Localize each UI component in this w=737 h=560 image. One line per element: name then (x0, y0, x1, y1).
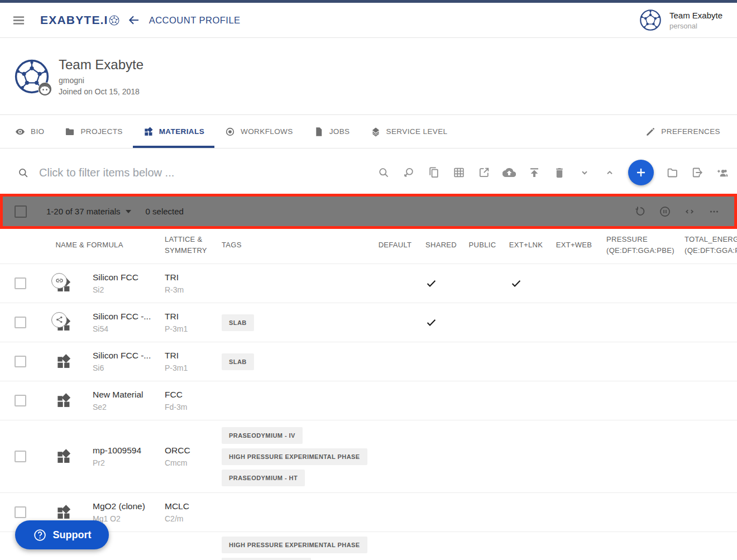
material-name[interactable]: Silicon FCC (93, 272, 162, 283)
table-header: NAME & FORMULALATTICE & SYMMETRYTAGSDEFA… (0, 226, 737, 264)
more-horiz-icon[interactable] (707, 205, 721, 218)
search-retry-icon[interactable] (402, 166, 415, 179)
add-people-icon[interactable] (716, 166, 729, 179)
layers-icon (370, 126, 381, 137)
lattice-type: FCC (165, 390, 221, 400)
lattice-type: TRI (165, 272, 221, 283)
row-checkbox[interactable] (15, 356, 26, 367)
tags-cell: HIGH PRESSURE EXPERIMENTAL PHASE (221, 532, 371, 560)
tag-chip[interactable]: HIGH PRESSURE EXPERIMENTAL PHASE (222, 537, 367, 553)
filter-input[interactable] (39, 166, 274, 179)
column-header-default[interactable]: DEFAULT (371, 240, 419, 251)
column-header-ext_lnk[interactable]: EXT+LNK (501, 240, 551, 251)
pause-circle-icon[interactable] (658, 205, 672, 218)
table-row[interactable]: mp-1009594Pr2ORCCCmcmPRASEODYMIUM - IVHI… (0, 420, 737, 492)
user-face-badge-icon (37, 82, 52, 97)
tag-chip[interactable] (222, 558, 311, 560)
name-formula-cell: Silicon FCC -...Si6 (89, 351, 162, 372)
material-name[interactable]: mp-1009594 (93, 446, 162, 456)
material-name[interactable]: Silicon FCC -... (93, 351, 162, 361)
undo-icon[interactable] (634, 205, 647, 218)
pagination-range-dropdown[interactable]: 1-20 of 37 materials (46, 207, 131, 216)
search-icon[interactable] (377, 166, 390, 179)
lattice-symmetry-cell: TRIP-3m1 (162, 351, 221, 372)
tag-chip[interactable]: HIGH PRESSURE EXPERIMENTAL PHASE (222, 448, 367, 465)
select-all-checkbox[interactable] (15, 205, 27, 218)
folder-filled-icon (64, 126, 75, 137)
tab-jobs[interactable]: JOBS (303, 115, 360, 148)
header-left: EXABYTE.I ACCOUNT PROFILE (0, 13, 241, 28)
tab-workflows[interactable]: WORKFLOWS (214, 115, 303, 148)
row-checkbox[interactable] (15, 277, 26, 289)
tab-materials[interactable]: MATERIALS (133, 115, 214, 148)
tag-chip[interactable]: PRASEODYMIUM - IV (222, 427, 303, 444)
lattice-symmetry-cell: ORCCCmcm (162, 446, 221, 467)
column-header-total_energy[interactable]: TOTAL_ENERGY(QE:DFT:GGA:PBE) (676, 234, 737, 256)
column-header-ext_web[interactable]: EXT+WEB (551, 240, 597, 251)
material-name[interactable]: MgO2 (clone) (93, 501, 162, 511)
caret-down-icon (126, 210, 131, 213)
app-header: EXABYTE.I ACCOUNT PROFILE Team Exabyte p… (0, 3, 737, 38)
column-header-name[interactable]: NAME & FORMULA (50, 240, 162, 251)
code-icon[interactable] (683, 205, 696, 218)
column-header-pressure[interactable]: PRESSURE(QE:DFT:GGA:PBE) (597, 234, 676, 256)
table-row[interactable]: New MaterialSe2FCCFd-3m (0, 381, 737, 420)
tab-bio[interactable]: BIO (4, 115, 54, 148)
account-menu[interactable]: Team Exabyte personal (639, 9, 722, 31)
back-arrow-icon[interactable] (127, 13, 141, 27)
column-header-lattice[interactable]: LATTICE & SYMMETRY (162, 234, 216, 256)
material-icon-cell (50, 273, 89, 294)
tab-label: WORKFLOWS (241, 127, 293, 136)
row-checkbox[interactable] (15, 451, 26, 462)
table-row[interactable]: Silicon FCC -...Si6TRIP-3m1SLAB (0, 342, 737, 381)
exabyte-logo[interactable]: EXABYTE.I (40, 13, 119, 27)
tag-chip[interactable]: SLAB (222, 314, 254, 331)
cloud-upload-icon[interactable] (502, 166, 516, 179)
import-icon[interactable] (691, 166, 704, 179)
column-header-shared[interactable]: SHARED (419, 240, 463, 251)
app-root: EXABYTE.I ACCOUNT PROFILE Team Exabyte p… (0, 0, 737, 560)
open-in-new-icon[interactable] (477, 166, 491, 179)
folder-outline-icon[interactable] (666, 166, 679, 179)
material-formula: Si2 (93, 285, 162, 294)
upload-icon[interactable] (528, 166, 541, 179)
pencil-icon (645, 126, 656, 137)
row-checkbox[interactable] (15, 317, 26, 328)
lattice-type: TRI (165, 351, 221, 361)
lattice-symmetry-cell: TRIP-3m1 (162, 312, 221, 333)
tags-cell: SLAB (221, 314, 371, 331)
symmetry-group: Fd-3m (165, 403, 221, 411)
symmetry-group: Cmcm (165, 458, 221, 467)
tab-service-level[interactable]: SERVICE LEVEL (360, 115, 458, 148)
actions-toolbar (377, 149, 729, 197)
table-row[interactable]: HIGH PRESSURE EXPERIMENTAL PHASE (0, 532, 737, 560)
name-formula-cell: Silicon FCCSi2 (89, 272, 162, 294)
row-checkbox[interactable] (15, 395, 26, 406)
copy-icon[interactable] (427, 166, 441, 179)
row-checkbox-cell (0, 277, 50, 289)
tab-projects[interactable]: PROJECTS (54, 115, 132, 148)
grid-icon[interactable] (452, 166, 466, 179)
add-fab-button[interactable] (628, 160, 654, 185)
column-header-tags[interactable]: TAGS (221, 240, 371, 251)
support-button[interactable]: Support (15, 520, 109, 549)
delete-icon[interactable] (553, 166, 566, 179)
column-header-public[interactable]: PUBLIC (463, 240, 501, 251)
logo-soccer-icon (109, 15, 119, 26)
table-row[interactable]: MgO2 (clone)Mg1 O2MCLCC2/m (0, 492, 737, 532)
menu-icon[interactable] (11, 13, 26, 28)
chevron-down-icon[interactable] (578, 166, 591, 179)
tag-chip[interactable]: PRASEODYMIUM - HT (222, 470, 305, 486)
tag-chip[interactable]: SLAB (222, 353, 254, 370)
material-formula: Se2 (93, 403, 162, 411)
material-name[interactable]: Silicon FCC -... (93, 312, 162, 322)
chevron-up-icon[interactable] (603, 166, 616, 179)
tab-preferences[interactable]: PREFERENCES (635, 115, 730, 148)
material-name[interactable]: New Material (93, 390, 162, 400)
row-checkbox[interactable] (15, 506, 26, 518)
table-row[interactable]: Silicon FCCSi2TRIR-3m (0, 264, 737, 303)
shared-flag-cell (419, 277, 463, 290)
profile-joined: Joined on Oct 15, 2018 (59, 87, 143, 96)
material-icon-cell (50, 353, 89, 371)
table-row[interactable]: Silicon FCC -...Si54TRIP-3m1SLAB (0, 303, 737, 342)
